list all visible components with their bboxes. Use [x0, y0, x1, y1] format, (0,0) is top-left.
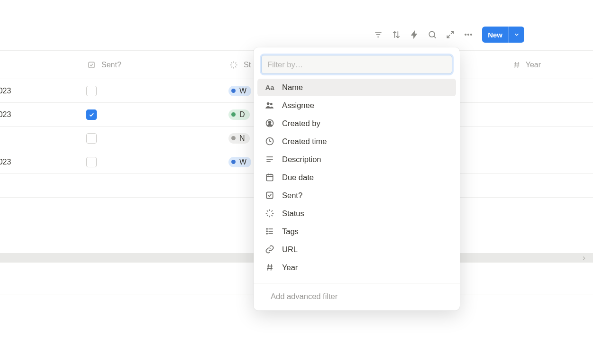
filter-option-created-by[interactable]: Created by [257, 114, 456, 132]
add-advanced-filter[interactable]: Add advanced filter [257, 286, 456, 307]
filter-option-tags[interactable]: Tags [257, 222, 456, 240]
filter-option-url[interactable]: URL [257, 240, 456, 258]
divider [254, 283, 460, 283]
new-button-dropdown[interactable] [508, 27, 524, 43]
new-button[interactable]: New [482, 27, 524, 43]
column-header-year[interactable]: Year [507, 60, 593, 70]
filter-option-sent[interactable]: Sent? [257, 186, 456, 204]
filter-option-due-date[interactable]: Due date [257, 168, 456, 186]
filter-option-name[interactable]: Aa Name [257, 79, 456, 96]
view-toolbar: New [370, 27, 524, 43]
filter-option-label: Sent? [282, 191, 302, 200]
add-advanced-filter-label: Add advanced filter [271, 292, 338, 301]
filter-options: Aa Name Assignee Created by Created time [257, 78, 456, 280]
filter-option-label: Name [282, 83, 303, 92]
checkbox[interactable] [86, 157, 97, 167]
svg-point-7 [470, 34, 472, 35]
status-badge: W [228, 157, 251, 167]
svg-rect-29 [266, 174, 273, 181]
list-icon [264, 227, 275, 236]
svg-line-50 [268, 264, 269, 270]
column-header-sent[interactable]: Sent? [81, 60, 223, 70]
lightning-icon[interactable] [406, 27, 422, 43]
link-icon [264, 245, 275, 254]
status-badge: D [228, 109, 250, 120]
filter-option-label: Created time [282, 137, 327, 146]
search-icon[interactable] [424, 27, 440, 43]
cell-date: 7, 2023 [0, 110, 11, 119]
status-badge: W [228, 86, 251, 96]
checkbox-icon [264, 191, 275, 200]
svg-rect-33 [266, 192, 273, 198]
cell-date: 1, 2023 [0, 87, 11, 95]
svg-point-21 [267, 102, 269, 105]
filter-search-input[interactable] [261, 55, 452, 74]
filter-popup: Aa Name Assignee Created by Created time [254, 47, 460, 310]
svg-line-51 [271, 264, 272, 270]
filter-option-status[interactable]: Status [257, 204, 456, 222]
svg-line-37 [272, 215, 273, 216]
calendar-icon [264, 173, 275, 182]
loading-icon [264, 209, 275, 218]
more-icon[interactable] [460, 27, 476, 43]
filter-option-label: Due date [282, 173, 314, 182]
filter-option-year[interactable]: Year [257, 258, 456, 276]
svg-line-12 [235, 66, 236, 67]
svg-point-3 [429, 31, 435, 37]
column-header-label: Year [526, 61, 541, 69]
svg-line-4 [434, 36, 436, 38]
svg-line-15 [231, 66, 232, 67]
column-header-label: St [244, 61, 251, 69]
svg-point-44 [266, 231, 267, 232]
loading-icon [228, 60, 239, 70]
expand-icon[interactable] [442, 27, 458, 43]
filter-option-label: URL [282, 245, 298, 254]
filter-option-description[interactable]: Description [257, 150, 456, 168]
text-icon: Aa [264, 83, 275, 91]
filter-option-label: Tags [282, 227, 299, 236]
filter-option-label: Description [282, 155, 321, 164]
checkbox[interactable] [86, 86, 97, 96]
svg-line-19 [515, 62, 516, 68]
text-lines-icon [264, 155, 275, 164]
column-header-label: Sent? [101, 61, 121, 69]
filter-option-assignee[interactable]: Assignee [257, 96, 456, 114]
number-icon [512, 60, 521, 70]
svg-line-36 [267, 210, 268, 211]
svg-point-6 [467, 34, 469, 35]
svg-point-24 [269, 121, 271, 124]
person-icon [264, 118, 275, 128]
status-badge: N [228, 133, 250, 144]
filter-option-label: Assignee [282, 101, 314, 110]
number-icon [264, 263, 275, 272]
filter-icon[interactable] [370, 27, 386, 43]
svg-line-11 [231, 62, 232, 63]
checkbox-icon [86, 60, 97, 70]
svg-point-46 [266, 233, 267, 234]
cell-date: 9, 2023 [0, 158, 11, 166]
svg-line-20 [518, 62, 519, 68]
scroll-right-icon[interactable] [581, 255, 587, 262]
clock-icon [264, 136, 275, 146]
people-icon [264, 100, 275, 110]
svg-point-22 [270, 103, 272, 105]
svg-rect-8 [89, 62, 94, 68]
svg-line-16 [235, 62, 236, 63]
checkbox[interactable] [86, 109, 97, 120]
filter-option-label: Status [282, 209, 304, 218]
filter-option-label: Created by [282, 119, 320, 128]
new-button-label: New [482, 31, 508, 39]
sort-icon[interactable] [388, 27, 404, 43]
filter-option-label: Year [282, 263, 298, 272]
svg-line-41 [272, 210, 273, 211]
checkbox[interactable] [86, 133, 97, 144]
filter-option-created-time[interactable]: Created time [257, 132, 456, 150]
svg-point-42 [266, 228, 267, 229]
svg-line-40 [267, 215, 268, 216]
svg-point-5 [465, 34, 466, 35]
